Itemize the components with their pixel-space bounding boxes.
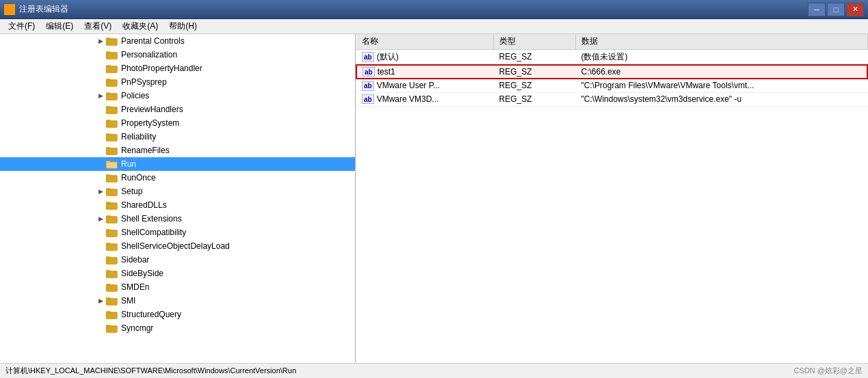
- expand-arrow-icon[interactable]: ▶: [95, 36, 106, 46]
- col-name: 名称: [356, 34, 493, 49]
- folder-icon: [106, 132, 118, 141]
- expand-arrow-icon[interactable]: ▶: [95, 295, 106, 306]
- tree-item-label: SMI: [121, 296, 135, 306]
- title-bar-left: 注册表编辑器: [4, 3, 68, 15]
- col-data: 数据: [575, 34, 867, 49]
- svg-rect-3: [10, 10, 14, 14]
- reg-data-cell: (数值未设置): [575, 49, 867, 65]
- tree-item-shellcompatibility[interactable]: ShellCompatibility: [0, 226, 355, 239]
- tree-item-syncmgr[interactable]: Syncmgr: [0, 321, 355, 335]
- tree-item-photopropertyhandler[interactable]: PhotoPropertyHandler: [0, 62, 355, 75]
- table-row[interactable]: abtest1REG_SZC:\666.exe: [356, 65, 867, 79]
- svg-rect-33: [107, 162, 117, 168]
- svg-rect-15: [107, 80, 117, 86]
- tree-item-parental-controls[interactable]: ▶ Parental Controls: [0, 34, 355, 48]
- tree-item-smi[interactable]: ▶ SMI: [0, 294, 355, 308]
- tree-item-label: Personalization: [121, 50, 177, 59]
- svg-rect-9: [107, 53, 117, 59]
- svg-rect-30: [107, 148, 117, 154]
- maximize-button[interactable]: □: [827, 3, 845, 16]
- reg-type-cell: REG_SZ: [493, 49, 575, 65]
- folder-icon: [106, 77, 118, 87]
- tree-item-label: RunOnce: [121, 173, 156, 183]
- tree-item-sidebar[interactable]: Sidebar: [0, 253, 355, 267]
- tree-item-run[interactable]: Run: [0, 157, 355, 171]
- tree-item-setup[interactable]: ▶ Setup: [0, 185, 355, 198]
- tree-panel: ▶ Parental Controls Personalization Phot…: [0, 34, 356, 363]
- tree-item-pnpsysprep[interactable]: PnPSysprep: [0, 75, 355, 89]
- reg-data-cell: "C:\Program Files\VMware\VMware Tools\vm…: [575, 79, 867, 92]
- tree-item-label: Syncmgr: [121, 323, 153, 333]
- registry-header: 名称 类型 数据: [356, 34, 867, 49]
- tree-item-personalization[interactable]: Personalization: [0, 48, 355, 62]
- menu-item-编辑(E)[interactable]: 编辑(E): [40, 19, 79, 33]
- menu-item-文件(F)[interactable]: 文件(F): [3, 19, 40, 33]
- app-icon: [4, 4, 15, 15]
- menu-item-收藏夹(A)[interactable]: 收藏夹(A): [117, 19, 163, 33]
- tree-item-label: ShellServiceObjectDelayLoad: [121, 241, 230, 251]
- title-bar: 注册表编辑器 ─ □ ✕: [0, 0, 868, 19]
- tree-item-smden[interactable]: SMDEn: [0, 280, 355, 294]
- svg-rect-45: [107, 217, 117, 223]
- expand-arrow-icon[interactable]: ▶: [95, 90, 106, 101]
- tree-item-structuredquery[interactable]: StructuredQuery: [0, 308, 355, 321]
- tree-item-propertysystem[interactable]: PropertySystem: [0, 116, 355, 130]
- menu-item-帮助(H)[interactable]: 帮助(H): [163, 19, 202, 33]
- registry-panel: 名称 类型 数据 ab(默认)REG_SZ(数值未设置)abtest1REG_S…: [356, 34, 868, 363]
- table-row[interactable]: ab(默认)REG_SZ(数值未设置): [356, 49, 867, 65]
- svg-rect-63: [107, 299, 117, 305]
- tree-item-label: Shell Extensions: [121, 214, 182, 224]
- folder-icon: [106, 214, 118, 224]
- close-button[interactable]: ✕: [846, 3, 864, 16]
- reg-type-icon: ab: [362, 52, 374, 62]
- folder-icon: [106, 118, 118, 128]
- folder-icon: [106, 310, 118, 319]
- folder-icon: [106, 159, 118, 169]
- tree-item-shareddlls[interactable]: SharedDLLs: [0, 198, 355, 212]
- menu-item-查看(V)[interactable]: 查看(V): [79, 19, 117, 33]
- folder-icon: [106, 269, 118, 278]
- svg-rect-12: [107, 66, 117, 72]
- title-text: 注册表编辑器: [19, 3, 68, 15]
- table-row[interactable]: abVMware VM3D...REG_SZ"C:\Windows\system…: [356, 92, 867, 106]
- watermark: CSDN @炫彩@之星: [793, 366, 863, 376]
- folder-icon: [106, 200, 118, 210]
- col-type: 类型: [493, 34, 575, 49]
- svg-rect-1: [10, 5, 14, 9]
- folder-icon: [106, 173, 118, 183]
- title-controls: ─ □ ✕: [808, 3, 864, 16]
- svg-rect-18: [107, 94, 117, 100]
- svg-rect-54: [107, 258, 117, 264]
- tree-item-reliability[interactable]: Reliability: [0, 130, 355, 144]
- tree-item-sidebyside[interactable]: SideBySide: [0, 267, 355, 280]
- folder-icon: [106, 296, 118, 306]
- folder-icon: [106, 255, 118, 265]
- reg-name-cell: abVMware User P...: [356, 79, 493, 92]
- folder-icon: [106, 36, 118, 46]
- reg-name-cell: abtest1: [356, 65, 493, 79]
- expand-arrow-icon[interactable]: ▶: [95, 186, 106, 197]
- svg-rect-2: [5, 10, 9, 14]
- tree-item-previewhandlers[interactable]: PreviewHandlers: [0, 103, 355, 116]
- tree-item-runonce[interactable]: RunOnce: [0, 171, 355, 185]
- reg-type-icon: ab: [362, 81, 374, 91]
- folder-icon: [106, 105, 118, 114]
- tree-item-policies[interactable]: ▶ Policies: [0, 89, 355, 103]
- tree-item-label: ShellCompatibility: [121, 228, 186, 237]
- registry-table: 名称 类型 数据 ab(默认)REG_SZ(数值未设置)abtest1REG_S…: [356, 34, 868, 107]
- tree-item-label: Parental Controls: [121, 36, 185, 46]
- minimize-button[interactable]: ─: [808, 3, 826, 16]
- status-bar: 计算机\HKEY_LOCAL_MACHINE\SOFTWARE\Microsof…: [0, 363, 868, 378]
- tree-item-label: Setup: [121, 187, 142, 196]
- registry-body: ab(默认)REG_SZ(数值未设置)abtest1REG_SZC:\666.e…: [356, 49, 867, 106]
- svg-rect-27: [107, 135, 117, 141]
- tree-item-renamefiles[interactable]: RenameFiles: [0, 144, 355, 157]
- tree-item-shellserviceobjectdelayload[interactable]: ShellServiceObjectDelayLoad: [0, 239, 355, 253]
- tree-scroll[interactable]: ▶ Parental Controls Personalization Phot…: [0, 34, 355, 363]
- table-row[interactable]: abVMware User P...REG_SZ"C:\Program File…: [356, 79, 867, 92]
- folder-icon: [106, 64, 118, 73]
- tree-item-shell-extensions[interactable]: ▶ Shell Extensions: [0, 212, 355, 226]
- reg-data-cell: C:\666.exe: [575, 65, 867, 79]
- svg-rect-66: [107, 312, 117, 319]
- expand-arrow-icon[interactable]: ▶: [95, 213, 106, 224]
